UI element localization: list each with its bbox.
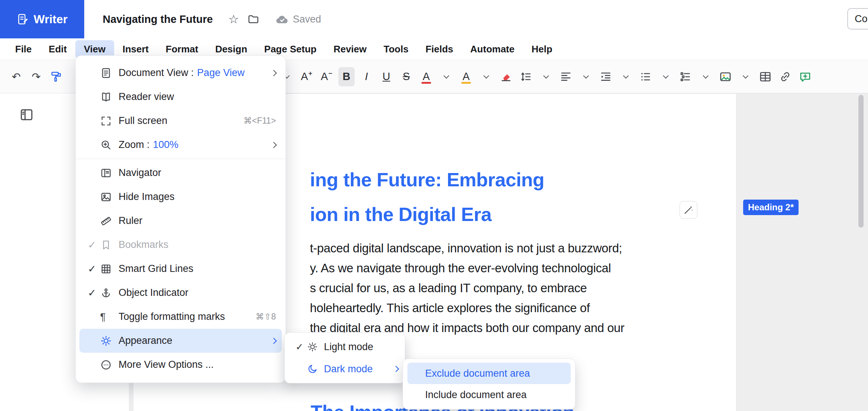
menu-item-appearance[interactable]: Appearance — [79, 329, 282, 353]
pilcrow-icon: ¶ — [100, 311, 119, 323]
insert-image-dropdown[interactable] — [737, 67, 753, 86]
menu-tools[interactable]: Tools — [375, 40, 417, 58]
submenu-item-exclude-document-area[interactable]: Exclude document area — [407, 363, 571, 384]
chevron-down-icon — [443, 73, 449, 79]
underline-icon: U — [383, 71, 390, 82]
menu-item-more-view-options[interactable]: More View Options ... — [76, 353, 286, 377]
highlight-icon: A — [462, 71, 469, 82]
document-view-icon — [100, 67, 119, 79]
align-dropdown[interactable] — [578, 67, 594, 86]
undo-button[interactable]: ↶ — [8, 67, 24, 86]
submenu-item-light-mode[interactable]: ✓ Light mode — [285, 336, 405, 358]
navigator-icon — [100, 167, 119, 179]
menu-fields[interactable]: Fields — [417, 40, 462, 58]
font-color-dropdown[interactable] — [438, 67, 454, 86]
multilevel-list-button[interactable] — [677, 67, 694, 86]
increase-font-button[interactable]: A+ — [298, 67, 315, 86]
heading-line-2: ion in the Digital Era — [310, 197, 544, 232]
menu-automate[interactable]: Automate — [462, 40, 523, 58]
body-line: y. As we navigate through the ever-evolv… — [310, 258, 624, 278]
document-title[interactable]: Navigating the Future — [103, 13, 213, 25]
chevron-down-icon — [583, 73, 589, 79]
line-spacing-dropdown[interactable] — [538, 67, 554, 86]
top-right-partial-button[interactable]: Cor — [847, 8, 868, 30]
moon-icon — [307, 363, 324, 374]
indent-button[interactable] — [598, 67, 614, 86]
insert-image-button[interactable] — [717, 67, 734, 86]
indent-icon — [599, 70, 612, 83]
appearance-submenu: ✓ Light mode Dark mode — [284, 332, 405, 383]
image-icon — [719, 70, 732, 83]
font-color-bar — [421, 82, 431, 84]
highlight-color-dropdown[interactable] — [478, 67, 494, 86]
plus-icon: + — [308, 70, 312, 77]
format-painter-button[interactable] — [48, 67, 64, 86]
submenu-arrow-icon — [271, 142, 277, 148]
menu-item-zoom[interactable]: Zoom : 100% — [76, 133, 286, 157]
format-painter-icon — [50, 70, 62, 83]
menu-item-smart-grid-lines[interactable]: ✓ Smart Grid Lines — [76, 257, 286, 281]
anchor-icon — [100, 287, 119, 299]
submenu-item-include-document-area[interactable]: Include document area — [403, 384, 575, 405]
check-icon: ✓ — [84, 287, 100, 299]
menu-file[interactable]: File — [7, 40, 40, 58]
clear-formatting-button[interactable] — [498, 67, 514, 86]
menu-item-hide-images[interactable]: Hide Images — [76, 185, 286, 209]
menu-item-navigator[interactable]: Navigator — [76, 161, 286, 185]
save-status: Saved — [275, 14, 321, 25]
insert-comment-button[interactable] — [797, 67, 813, 86]
italic-button[interactable]: I — [358, 67, 375, 86]
writer-logo[interactable]: Writer — [0, 0, 84, 38]
highlight-color-bar — [461, 82, 471, 84]
menu-review[interactable]: Review — [325, 40, 375, 58]
top-bar: Writer Navigating the Future ☆ Saved Cor — [0, 0, 868, 38]
view-menu-dropdown: Document View : Page View Reader view Fu… — [75, 55, 286, 383]
align-button[interactable] — [558, 67, 574, 86]
paragraph-style-badge[interactable]: Heading 2* — [743, 200, 799, 215]
chevron-down-icon — [483, 73, 489, 79]
align-left-icon — [560, 70, 572, 83]
menu-item-ruler[interactable]: Ruler — [76, 209, 286, 233]
menu-item-object-indicator[interactable]: ✓ Object Indicator — [76, 281, 286, 305]
redo-button[interactable]: ↷ — [28, 67, 44, 86]
bullet-list-dropdown[interactable] — [657, 67, 674, 86]
menu-item-toggle-formatting-marks[interactable]: ¶ Toggle formatting marks ⌘⇧8 — [76, 305, 286, 329]
menu-item-full-screen[interactable]: Full screen ⌘<F11> — [76, 109, 286, 133]
bold-button[interactable]: B — [338, 67, 355, 86]
underline-button[interactable]: U — [378, 67, 394, 86]
strikethrough-button[interactable]: S — [398, 67, 414, 86]
chevron-down-icon — [663, 73, 669, 79]
menu-help[interactable]: Help — [523, 40, 561, 58]
font-color-button[interactable]: A — [418, 67, 434, 86]
bullet-list-button[interactable] — [638, 67, 654, 86]
insert-link-button[interactable] — [777, 67, 793, 86]
line-spacing-button[interactable] — [518, 67, 534, 86]
font-color-icon: A — [423, 71, 430, 82]
multilevel-list-dropdown[interactable] — [697, 67, 714, 86]
more-options-icon — [100, 359, 119, 371]
indent-dropdown[interactable] — [618, 67, 634, 86]
menu-item-reader-view[interactable]: Reader view — [76, 85, 286, 109]
insert-table-button[interactable] — [757, 67, 773, 86]
italic-icon: I — [365, 71, 368, 82]
check-icon: ✓ — [292, 341, 307, 353]
eraser-icon — [500, 70, 512, 83]
body-line: s crucial for us, as a leading IT compan… — [310, 278, 624, 298]
vertical-scrollbar[interactable] — [858, 95, 864, 228]
folder-icon[interactable] — [247, 13, 260, 25]
submenu-arrow-icon — [393, 366, 399, 372]
shortcut-label: ⌘<F11> — [243, 116, 276, 126]
highlight-color-button[interactable]: A — [458, 67, 474, 86]
body-line: holeheartedly. This article explores the… — [310, 298, 624, 318]
menu-edit[interactable]: Edit — [40, 40, 75, 58]
bullet-list-icon — [639, 70, 652, 83]
favorite-star-icon[interactable]: ☆ — [228, 12, 239, 26]
submenu-item-dark-mode[interactable]: Dark mode — [285, 358, 405, 380]
sun-icon — [307, 341, 324, 352]
smart-edit-button[interactable] — [680, 201, 697, 219]
decrease-font-button[interactable]: A− — [318, 67, 335, 86]
menu-item-document-view[interactable]: Document View : Page View — [76, 61, 286, 85]
magic-wand-icon — [683, 204, 694, 215]
navigator-toggle-button[interactable] — [19, 107, 34, 124]
menu-item-bookmarks[interactable]: ✓ Bookmarks — [76, 233, 286, 257]
